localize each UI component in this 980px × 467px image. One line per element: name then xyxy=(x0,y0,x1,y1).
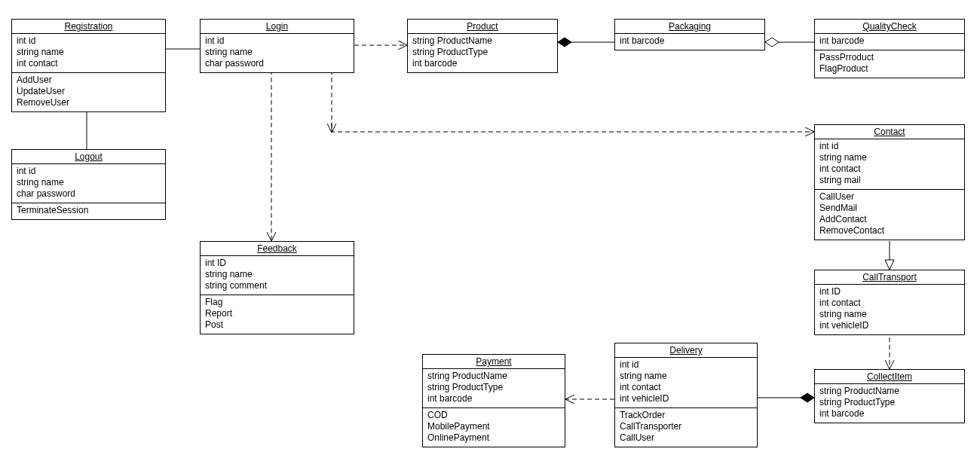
attr: int id xyxy=(819,141,960,152)
attr: string ProductName xyxy=(412,35,553,47)
op: OnlinePayment xyxy=(427,432,560,444)
attr: string ProductType xyxy=(819,397,960,408)
attr: int barcode xyxy=(412,58,553,69)
class-title: QualityCheck xyxy=(815,20,964,34)
attr: int id xyxy=(205,35,349,47)
op: TerminateSession xyxy=(17,205,161,216)
attr: string name xyxy=(17,177,161,188)
attr: string mail xyxy=(819,175,960,186)
attr: int ID xyxy=(205,258,349,269)
class-feedback: Feedback int ID string name string comme… xyxy=(200,241,354,334)
attr: string comment xyxy=(205,280,349,291)
attr: string name xyxy=(205,47,349,58)
class-title: Feedback xyxy=(201,242,354,256)
class-logout: Logout int id string name char password … xyxy=(11,149,166,220)
op: AddUser xyxy=(17,75,161,86)
attr: int vehicleID xyxy=(819,320,960,331)
op-section: PassPrroduct FlagProduct xyxy=(815,50,964,78)
attr: string name xyxy=(819,309,960,320)
op: CallTransporter xyxy=(620,421,752,432)
attr: int contact xyxy=(819,163,960,175)
op-section: Flag Report Post xyxy=(201,295,354,334)
attr-section: int barcode xyxy=(815,34,964,50)
attr: int barcode xyxy=(620,35,760,47)
attr: int barcode xyxy=(819,35,960,47)
attr: int id xyxy=(620,359,752,371)
op-section: CallUser SendMail AddContact RemoveConta… xyxy=(815,190,964,240)
class-delivery: Delivery int id string name int contact … xyxy=(614,343,758,447)
op-section: TerminateSession xyxy=(12,203,165,219)
op: SendMail xyxy=(819,203,960,214)
attr-section: string ProductName string ProductType in… xyxy=(408,34,557,72)
class-title: Logout xyxy=(12,150,165,164)
attr: string name xyxy=(17,47,161,58)
op: Post xyxy=(205,319,349,331)
attr: int contact xyxy=(620,382,752,393)
attr: int vehicleID xyxy=(620,393,752,404)
class-contact: Contact int id string name int contact s… xyxy=(814,124,965,240)
class-packaging: Packaging int barcode xyxy=(614,19,765,50)
attr: int id xyxy=(17,35,161,47)
op: PassPrroduct xyxy=(819,52,960,63)
attr: string ProductName xyxy=(819,386,960,397)
attr: string name xyxy=(205,269,349,280)
edge-login-contact xyxy=(332,70,814,132)
attr-section: string ProductName string ProductType in… xyxy=(815,384,964,423)
attr-section: int barcode xyxy=(615,34,764,50)
class-title: CollectItem xyxy=(815,370,964,384)
class-collectitem: CollectItem string ProductName string Pr… xyxy=(814,369,965,423)
attr: int contact xyxy=(17,58,161,69)
attr-section: int id string name char password xyxy=(12,164,165,203)
op: COD xyxy=(427,410,560,421)
op: AddContact xyxy=(819,214,960,225)
attr: string ProductType xyxy=(412,47,553,58)
op: CallUser xyxy=(620,432,752,444)
class-title: Product xyxy=(408,20,557,34)
class-title: Contact xyxy=(815,125,964,139)
attr: int barcode xyxy=(819,408,960,420)
attr-section: int id string name int contact int vehic… xyxy=(615,358,757,408)
class-qualitycheck: QualityCheck int barcode PassPrroduct Fl… xyxy=(814,19,965,78)
class-title: Packaging xyxy=(615,20,764,34)
op: UpdateUser xyxy=(17,86,161,97)
op: FlagProduct xyxy=(819,63,960,75)
class-calltransport: CallTransport int ID int contact string … xyxy=(814,270,965,335)
attr: int barcode xyxy=(427,393,560,404)
class-payment: Payment string ProductName string Produc… xyxy=(422,354,565,447)
attr-section: int ID string name string comment xyxy=(201,256,354,295)
attr-section: int id string name int contact xyxy=(12,34,165,73)
class-title: Delivery xyxy=(615,343,757,358)
attr: string ProductType xyxy=(427,382,560,393)
attr: int contact xyxy=(819,298,960,309)
attr: char password xyxy=(205,58,349,69)
op: Report xyxy=(205,308,349,319)
attr: string ProductName xyxy=(427,371,560,382)
class-title: CallTransport xyxy=(815,270,964,285)
op: CallUser xyxy=(819,191,960,203)
class-title: Payment xyxy=(423,355,565,369)
attr: string name xyxy=(819,152,960,163)
attr: int id xyxy=(17,166,161,177)
op: MobilePayment xyxy=(427,421,560,432)
attr: char password xyxy=(17,188,161,200)
op: RemoveUser xyxy=(17,97,161,108)
class-title: Login xyxy=(201,20,354,34)
attr-section: string ProductName string ProductType in… xyxy=(423,369,565,408)
op-section: COD MobilePayment OnlinePayment xyxy=(423,408,565,447)
op: TrackOrder xyxy=(620,410,752,421)
class-login: Login int id string name char password xyxy=(200,19,354,73)
op-section: TrackOrder CallTransporter CallUser xyxy=(615,408,757,447)
attr: string name xyxy=(620,371,752,382)
attr: int ID xyxy=(819,286,960,298)
op-section: AddUser UpdateUser RemoveUser xyxy=(12,73,165,111)
attr-section: int id string name char password xyxy=(201,34,354,72)
op: Flag xyxy=(205,297,349,308)
attr-section: int ID int contact string name int vehic… xyxy=(815,285,964,334)
class-registration: Registration int id string name int cont… xyxy=(11,19,166,112)
attr-section: int id string name int contact string ma… xyxy=(815,139,964,190)
class-product: Product string ProductName string Produc… xyxy=(407,19,558,73)
op: RemoveContact xyxy=(819,225,960,237)
class-title: Registration xyxy=(12,20,165,34)
